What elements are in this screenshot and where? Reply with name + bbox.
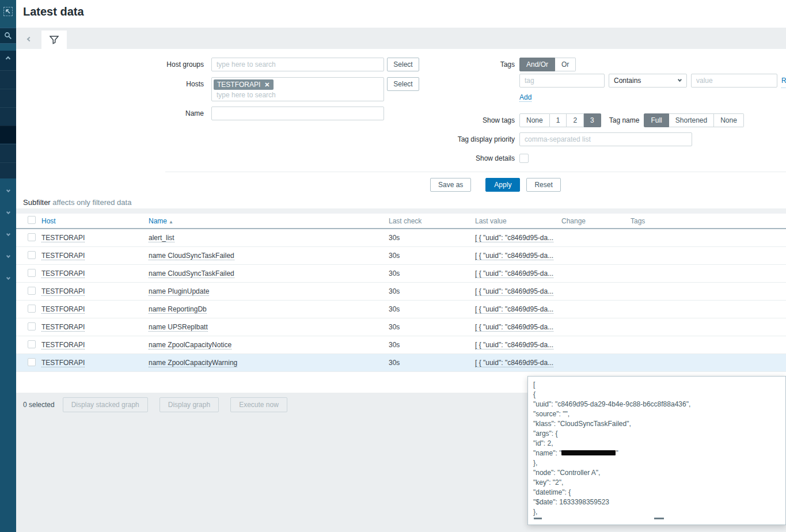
sidebar <box>0 0 16 532</box>
host-link[interactable]: TESTFORAPI <box>41 323 85 332</box>
sort-asc-icon: ▲ <box>169 219 173 225</box>
tag-value-input[interactable] <box>691 74 777 88</box>
last-value-link[interactable]: [ { "uuid": "c8469d95-da... <box>475 287 553 296</box>
tag-display-priority-input[interactable] <box>519 132 692 146</box>
menu-group-chevron-down-icon[interactable] <box>0 252 16 260</box>
item-name-link[interactable]: name PluginUpdate <box>149 287 209 296</box>
menu-group-chevron-down-icon[interactable] <box>0 230 16 238</box>
execute-now-button[interactable]: Execute now <box>230 397 287 412</box>
show-tags-2[interactable]: 2 <box>567 113 584 127</box>
tags-operator-andor[interactable]: And/Or <box>519 58 555 71</box>
host-link[interactable]: TESTFORAPI <box>41 359 85 367</box>
row-checkbox[interactable] <box>28 340 36 348</box>
menu-group-chevron-down-icon[interactable] <box>0 273 16 282</box>
tag-condition-select[interactable]: Contains <box>609 74 687 88</box>
tag-add-link[interactable]: Add <box>519 93 531 102</box>
last-check-cell: 30s <box>389 269 475 278</box>
item-name-link[interactable]: name CloudSyncTaskFailed <box>149 252 234 260</box>
tab-filter[interactable] <box>41 31 67 49</box>
host-link[interactable]: TESTFORAPI <box>41 287 85 296</box>
host-link[interactable]: TESTFORAPI <box>41 341 85 349</box>
tag-name-full[interactable]: Full <box>644 113 669 127</box>
last-value-hintbox: [{"uuid": "c8469d95-da29-4b4e-9c88-b6cc8… <box>527 376 786 525</box>
row-checkbox[interactable] <box>28 251 36 259</box>
host-link[interactable]: TESTFORAPI <box>41 234 85 242</box>
tag-name-input[interactable] <box>519 74 605 88</box>
display-stacked-graph-button[interactable]: Display stacked graph <box>63 397 148 412</box>
show-details-checkbox[interactable] <box>519 154 529 163</box>
last-value-link[interactable]: [ { "uuid": "c8469d95-da... <box>475 323 553 332</box>
item-name-link[interactable]: name UPSReplbatt <box>149 323 208 332</box>
item-name-link[interactable]: name ZpoolCapacityWarning <box>149 359 237 367</box>
last-value-link[interactable]: [ { "uuid": "c8469d95-da... <box>475 252 553 260</box>
chip-remove-icon[interactable]: ✕ <box>264 81 269 89</box>
last-check-cell: 30s <box>389 252 475 260</box>
save-as-button[interactable]: Save as <box>430 178 471 192</box>
row-checkbox[interactable] <box>28 269 36 277</box>
sidebar-menu-item[interactable] <box>0 107 16 125</box>
last-value-link[interactable]: [ { "uuid": "c8469d95-da... <box>475 359 553 367</box>
last-value-link[interactable]: [ { "uuid": "c8469d95-da... <box>475 269 553 278</box>
filter-tabstrip <box>16 28 786 49</box>
hosts-label: Hosts <box>16 77 211 91</box>
sidebar-menu-item[interactable] <box>0 162 16 180</box>
last-value-link[interactable]: [ { "uuid": "c8469d95-da... <box>475 234 553 242</box>
col-change: Change <box>561 217 631 225</box>
table-row: TESTFORAPIname ZpoolCapacityNotice30s[ {… <box>16 336 786 354</box>
tag-name-none[interactable]: None <box>714 113 744 127</box>
hosts-select-button[interactable]: Select <box>387 77 419 91</box>
sort-host-link[interactable]: Host <box>41 217 56 225</box>
show-tags-1[interactable]: 1 <box>550 113 567 127</box>
menu-collapse-up-icon[interactable] <box>0 53 16 64</box>
hintbox-line: "$date": 1633398359523 <box>533 497 780 507</box>
item-name-link[interactable]: name CloudSyncTaskFailed <box>149 269 234 278</box>
item-name-link[interactable]: alert_list <box>149 234 174 242</box>
host-link[interactable]: TESTFORAPI <box>41 305 85 314</box>
table-row: TESTFORAPIalert_list30s[ { "uuid": "c846… <box>16 229 786 247</box>
row-checkbox[interactable] <box>28 287 36 295</box>
menu-group-chevron-down-icon[interactable] <box>0 208 16 216</box>
hintbox-line: "node": "Controller A", <box>533 468 780 478</box>
tags-label: Tags <box>16 58 515 71</box>
tags-operator-or[interactable]: Or <box>555 58 576 71</box>
row-checkbox[interactable] <box>28 358 36 366</box>
last-value-link[interactable]: [ { "uuid": "c8469d95-da... <box>475 305 553 314</box>
sidebar-menu-item[interactable] <box>0 70 16 88</box>
subfilter-gap <box>16 208 786 214</box>
select-all-checkbox[interactable] <box>28 216 36 224</box>
sort-name-link[interactable]: Name <box>149 217 167 225</box>
tag-display-priority-label: Tag display priority <box>16 132 515 146</box>
show-tags-none[interactable]: None <box>519 113 550 127</box>
show-tags-label: Show tags <box>16 113 515 127</box>
row-checkbox[interactable] <box>28 305 36 313</box>
menu-group-chevron-down-icon[interactable] <box>0 186 16 194</box>
hosts-input[interactable] <box>212 90 374 100</box>
row-checkbox[interactable] <box>28 233 36 241</box>
sidebar-menu-item[interactable] <box>0 89 16 107</box>
item-name-link[interactable]: name ZpoolCapacityNotice <box>149 341 231 349</box>
hintbox-line: [ <box>533 380 780 390</box>
collapse-filter-icon[interactable] <box>28 35 31 43</box>
host-link[interactable]: TESTFORAPI <box>41 252 85 260</box>
table-header-row: Host Name▲ Last check Last value Change … <box>16 214 786 229</box>
row-checkbox[interactable] <box>28 322 36 330</box>
hosts-multiselect[interactable]: TESTFORAPI✕ <box>211 77 384 101</box>
last-value-link[interactable]: [ { "uuid": "c8469d95-da... <box>475 341 553 349</box>
page-header: Latest data <box>16 0 786 28</box>
col-tags: Tags <box>631 217 786 225</box>
expand-sidebar-icon[interactable] <box>3 7 13 16</box>
sidebar-menu-item-selected[interactable] <box>0 126 16 143</box>
apply-button[interactable]: Apply <box>485 178 520 192</box>
tag-remove-link[interactable]: Re <box>781 74 786 88</box>
show-tags-3[interactable]: 3 <box>584 113 601 127</box>
sidebar-menu <box>0 51 16 178</box>
hintbox-line: { <box>533 390 780 400</box>
display-graph-button[interactable]: Display graph <box>160 397 219 412</box>
last-check-cell: 30s <box>389 341 475 349</box>
host-link[interactable]: TESTFORAPI <box>41 269 85 278</box>
search-icon[interactable] <box>0 28 16 44</box>
sidebar-menu-item[interactable] <box>0 144 16 162</box>
tag-name-shortened[interactable]: Shortened <box>669 113 714 127</box>
reset-button[interactable]: Reset <box>526 178 560 192</box>
item-name-link[interactable]: name ReportingDb <box>149 305 207 314</box>
